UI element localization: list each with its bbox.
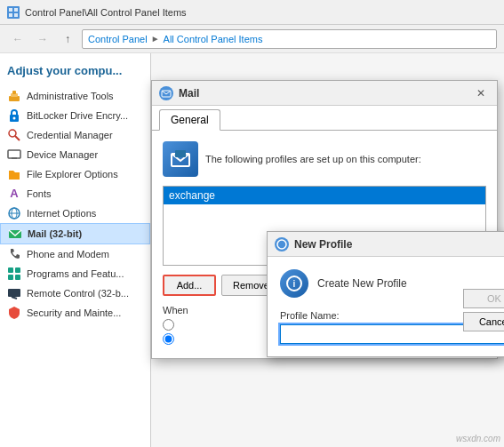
sidebar-item-label: Credential Manager xyxy=(27,130,113,140)
address-sep-1: ► xyxy=(151,34,160,44)
svg-rect-21 xyxy=(8,289,20,297)
sidebar-item-label: Programs and Featu... xyxy=(27,268,124,279)
address-segment-2[interactable]: All Control Panel Items xyxy=(164,34,263,44)
svg-text:i: i xyxy=(293,279,296,289)
svg-rect-17 xyxy=(8,267,13,273)
new-profile-dialog: New Profile ✕ i Create New Profile OK Ca… xyxy=(267,231,504,357)
security-icon xyxy=(7,306,21,320)
up-button[interactable]: ↑ xyxy=(57,28,78,50)
back-button[interactable]: ← xyxy=(7,28,28,50)
sidebar-item-fonts[interactable]: A Fonts xyxy=(0,184,150,204)
sidebar-item-bitlocker[interactable]: BitLocker Drive Encry... xyxy=(0,106,150,125)
admin-tools-icon xyxy=(7,89,21,103)
svg-point-8 xyxy=(13,116,16,119)
svg-rect-0 xyxy=(9,8,12,12)
new-profile-body: i Create New Profile OK Cancel Profile N… xyxy=(268,257,504,356)
svg-point-26 xyxy=(277,240,286,249)
mail-dialog-header-row: The following profiles are set up on thi… xyxy=(163,141,486,177)
mail-large-icon xyxy=(163,141,198,177)
mail-dialog-titlebar: Mail ✕ xyxy=(152,81,497,106)
svg-rect-25 xyxy=(175,150,186,157)
mail-dialog-close[interactable]: ✕ xyxy=(472,84,490,102)
forward-button[interactable]: → xyxy=(32,28,53,50)
sidebar-item-mail[interactable]: Mail (32-bit) xyxy=(0,223,150,244)
sidebar-item-label: BitLocker Drive Encry... xyxy=(27,110,128,121)
sidebar-item-admin-tools[interactable]: Administrative Tools xyxy=(0,86,150,106)
sidebar-item-phone[interactable]: Phone and Modem xyxy=(0,244,150,264)
address-bar: Control Panel ► All Control Panel Items xyxy=(82,29,497,49)
svg-line-22 xyxy=(12,297,17,299)
new-profile-dialog-icon xyxy=(275,237,289,251)
svg-rect-6 xyxy=(12,91,16,94)
mail-dialog-tabs: General xyxy=(152,106,497,131)
cancel-button[interactable]: Cancel xyxy=(463,312,504,331)
device-icon xyxy=(7,148,21,162)
sidebar-item-programs[interactable]: Programs and Featu... xyxy=(0,264,150,283)
sidebar: Adjust your compu... Administrative Tool… xyxy=(0,53,151,447)
sidebar-item-label: Device Manager xyxy=(27,149,98,160)
title-text: Control Panel\All Control Panel Items xyxy=(25,7,187,18)
internet-icon xyxy=(7,206,21,220)
svg-rect-3 xyxy=(14,13,18,17)
sidebar-item-file-explorer[interactable]: File Explorer Options xyxy=(0,164,150,184)
bitlocker-icon xyxy=(7,108,21,123)
new-profile-title-text: Create New Profile xyxy=(317,277,407,290)
new-profile-header: i Create New Profile OK Cancel xyxy=(280,269,504,298)
new-profile-titlebar: New Profile ✕ xyxy=(268,232,504,257)
radio-option-1[interactable] xyxy=(163,319,174,331)
sidebar-item-credential[interactable]: Credential Manager xyxy=(0,125,150,145)
sidebar-item-label: Remote Control (32-b... xyxy=(27,288,129,299)
add-button[interactable]: Add... xyxy=(163,275,216,296)
right-panel: Mail ✕ General The following profiles ar… xyxy=(151,53,504,447)
mail-icon xyxy=(8,227,22,241)
mail-dialog-icon xyxy=(159,86,173,100)
new-profile-action-buttons: OK Cancel xyxy=(463,289,504,331)
svg-point-9 xyxy=(9,130,16,137)
sidebar-item-label: Fonts xyxy=(27,188,52,199)
sidebar-item-internet[interactable]: Internet Options xyxy=(0,204,150,223)
sidebar-title: Adjust your compu... xyxy=(0,60,150,86)
programs-icon xyxy=(7,267,21,281)
phone-icon xyxy=(7,247,21,261)
sidebar-item-label: Internet Options xyxy=(27,208,96,219)
sidebar-item-label: File Explorer Options xyxy=(27,169,118,180)
new-profile-icon: i xyxy=(280,269,308,298)
svg-line-10 xyxy=(15,136,20,140)
remote-icon xyxy=(7,286,21,300)
mail-dialog-header-text: The following profiles are set up on thi… xyxy=(205,154,421,164)
svg-rect-11 xyxy=(8,150,20,158)
svg-rect-20 xyxy=(15,275,20,280)
watermark: wsxdn.com xyxy=(456,434,500,443)
tab-general[interactable]: General xyxy=(159,109,220,131)
title-bar: Control Panel\All Control Panel Items xyxy=(0,0,504,25)
svg-rect-1 xyxy=(14,8,18,12)
svg-rect-19 xyxy=(8,275,13,280)
sidebar-item-label: Administrative Tools xyxy=(27,91,114,101)
file-explorer-icon xyxy=(7,167,21,181)
nav-bar: ← → ↑ Control Panel ► All Control Panel … xyxy=(0,25,504,53)
sidebar-item-label: Phone and Modem xyxy=(27,249,109,259)
sidebar-item-label: Security and Mainte... xyxy=(27,307,121,318)
svg-rect-18 xyxy=(15,267,20,273)
svg-rect-2 xyxy=(9,13,12,17)
new-profile-dialog-title: New Profile xyxy=(294,238,504,251)
main-content: Adjust your compu... Administrative Tool… xyxy=(0,53,504,447)
sidebar-item-label: Mail (32-bit) xyxy=(28,228,82,239)
address-segment-1[interactable]: Control Panel xyxy=(88,34,148,44)
sidebar-item-security[interactable]: Security and Mainte... xyxy=(0,303,150,323)
sidebar-item-remote[interactable]: Remote Control (32-b... xyxy=(0,283,150,303)
mail-dialog-title: Mail xyxy=(179,87,472,100)
radio-option-2[interactable] xyxy=(163,333,174,345)
sidebar-item-device[interactable]: Device Manager xyxy=(0,145,150,164)
profile-item-exchange[interactable]: exchange xyxy=(164,187,485,204)
title-icon xyxy=(7,6,20,19)
ok-button[interactable]: OK xyxy=(463,289,504,308)
credential-icon xyxy=(7,128,21,142)
fonts-icon: A xyxy=(7,187,21,201)
